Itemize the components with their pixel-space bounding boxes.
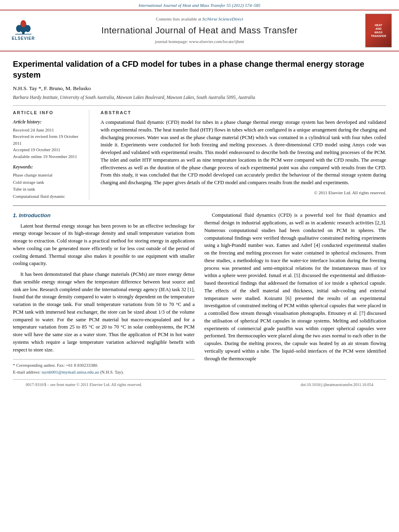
doi-line: doi:10.1016/j.ijheatmasstransfer.2011.10… bbox=[301, 382, 373, 388]
info-section: ARTICLE INFO Article history: Received 2… bbox=[13, 110, 386, 200]
email-label: E-mail address: bbox=[13, 370, 41, 374]
abstract-col: ABSTRACT A computational fluid dynamic (… bbox=[101, 110, 386, 200]
history-label: Article history: bbox=[13, 119, 82, 125]
article-content: Experimental validation of a CFD model f… bbox=[0, 51, 399, 398]
cover-text: HEAT AND MASS TRANSFER bbox=[371, 23, 386, 38]
svg-point-2 bbox=[16, 25, 22, 32]
journal-title: International Journal of Heat and Mass T… bbox=[44, 24, 355, 37]
keyword-2: Cold storage tank bbox=[13, 179, 82, 186]
bottom-bar: 0017-9310/$ – see front matter © 2011 El… bbox=[13, 379, 386, 390]
divider-1 bbox=[13, 105, 386, 106]
body-col-left: 1. Introduction Latent heat thermal ener… bbox=[13, 212, 195, 375]
elsevier-wordmark: ELSEVIER bbox=[12, 36, 35, 42]
journal-homepage: journal homepage: www.elsevier.com/locat… bbox=[44, 39, 355, 45]
copyright-line: © 2011 Elsevier Ltd. All rights reserved… bbox=[101, 190, 386, 196]
body-para-1: Latent heat thermal energy storage has b… bbox=[13, 222, 195, 268]
elsevier-logo-area: ELSEVIER bbox=[7, 20, 39, 42]
authors-text: N.H.S. Tay *, F. Bruno, M. Belusko bbox=[13, 85, 91, 91]
top-bar-text: International Journal of Heat and Mass T… bbox=[139, 3, 261, 8]
elsevier-logo: ELSEVIER bbox=[12, 20, 35, 42]
svg-point-4 bbox=[21, 20, 26, 27]
keyword-1: Phase change material bbox=[13, 172, 82, 179]
keywords-label: Keywords: bbox=[13, 164, 82, 170]
keyword-3: Tube in tank bbox=[13, 186, 82, 193]
email-link[interactable]: taynh001@mymail.unisa.edu.au bbox=[41, 370, 99, 374]
issn-line: 0017-9310/$ – see front matter © 2011 El… bbox=[26, 382, 142, 388]
body-para-right-1: Computational fluid dynamics (CFD) is a … bbox=[204, 212, 386, 362]
sciverse-line: Contents lists available at SciVerse Sci… bbox=[44, 16, 355, 23]
svg-point-3 bbox=[25, 25, 31, 32]
body-para-2: It has been demonstrated that phase chan… bbox=[13, 271, 195, 353]
journal-header-center: Contents lists available at SciVerse Sci… bbox=[44, 16, 355, 45]
journal-cover: HEAT AND MASS TRANSFER bbox=[365, 14, 392, 47]
article-info-heading: ARTICLE INFO bbox=[13, 110, 82, 116]
journal-cover-area: HEAT AND MASS TRANSFER bbox=[360, 14, 392, 47]
authors: N.H.S. Tay *, F. Bruno, M. Belusko bbox=[13, 84, 386, 92]
article-title: Experimental validation of a CFD model f… bbox=[13, 59, 386, 80]
history-revised: Received in revised form 19 October 2011 bbox=[13, 133, 82, 146]
body-col-right: Computational fluid dynamics (CFD) is a … bbox=[204, 212, 386, 375]
article-info-col: ARTICLE INFO Article history: Received 2… bbox=[13, 110, 89, 200]
history-available: Available online 19 November 2011 bbox=[13, 153, 82, 160]
history-accepted: Accepted 19 October 2011 bbox=[13, 146, 82, 153]
section1-title: 1. Introduction bbox=[13, 212, 195, 220]
footnote-corresponding: * Corresponding author. Fax: +61 8 83023… bbox=[13, 362, 195, 369]
footnote-email: E-mail address: taynh001@mymail.unisa.ed… bbox=[13, 369, 195, 376]
journal-header: ELSEVIER Contents lists available at Sci… bbox=[0, 10, 399, 51]
body-columns: 1. Introduction Latent heat thermal ener… bbox=[13, 212, 386, 375]
abstract-text: A computational fluid dynamic (CFD) mode… bbox=[101, 119, 386, 187]
affiliation: Barbara Hardy Institute, University of S… bbox=[13, 94, 386, 101]
elsevier-tree-svg bbox=[13, 20, 33, 35]
keyword-4: Computational fluid dynamic bbox=[13, 193, 82, 200]
abstract-heading: ABSTRACT bbox=[101, 110, 386, 116]
sciverse-link[interactable]: SciVerse ScienceDirect bbox=[202, 16, 243, 21]
history-received: Received 24 June 2011 bbox=[13, 127, 82, 134]
footnote-area: * Corresponding author. Fax: +61 8 83023… bbox=[13, 359, 195, 375]
email-suffix: (N.H.S. Tay). bbox=[100, 370, 124, 374]
journal-top-bar: International Journal of Heat and Mass T… bbox=[0, 0, 399, 10]
body-divider bbox=[13, 205, 386, 206]
